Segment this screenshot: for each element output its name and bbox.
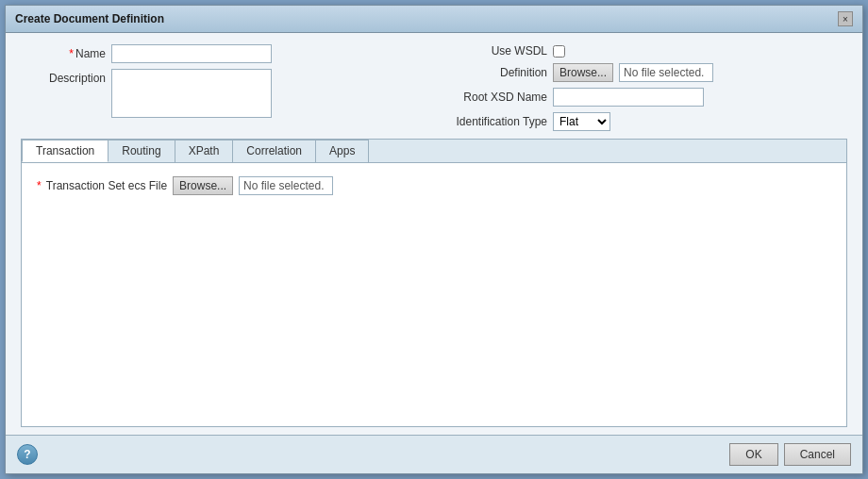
dialog-body: *Name Description Use WSDL	[6, 33, 862, 435]
transaction-browse-button[interactable]: Browse...	[173, 176, 233, 195]
help-button[interactable]: ?	[17, 444, 38, 465]
tab-xpath[interactable]: XPath	[175, 140, 234, 162]
root-xsd-input[interactable]	[553, 88, 704, 107]
tab-content-transaction: * Transaction Set ecs File Browse... No …	[22, 163, 846, 426]
top-form: *Name Description Use WSDL	[21, 44, 847, 131]
description-label: Description	[21, 69, 106, 85]
tab-transaction[interactable]: Transaction	[22, 140, 108, 162]
definition-no-file: No file selected.	[619, 63, 713, 82]
use-wsdl-row: Use WSDL	[443, 44, 847, 58]
transaction-required: *	[37, 179, 42, 192]
name-label: *Name	[21, 44, 106, 60]
root-xsd-row: Root XSD Name	[443, 88, 847, 107]
tab-correlation[interactable]: Correlation	[232, 140, 316, 162]
id-type-select[interactable]: Flat XPath WSDL	[553, 112, 610, 131]
root-xsd-label: Root XSD Name	[443, 91, 547, 104]
ok-button[interactable]: OK	[729, 443, 777, 466]
name-required: *	[69, 47, 74, 60]
definition-label: Definition	[443, 66, 547, 79]
id-type-row: Identification Type Flat XPath WSDL	[443, 112, 847, 131]
right-section: Use WSDL Definition Browse... No file se…	[443, 44, 847, 131]
transaction-file-label: * Transaction Set ecs File	[37, 179, 167, 192]
transaction-file-row: * Transaction Set ecs File Browse... No …	[37, 176, 831, 195]
left-section: *Name Description	[21, 44, 425, 131]
cancel-button[interactable]: Cancel	[784, 443, 851, 466]
use-wsdl-checkbox[interactable]	[553, 45, 565, 58]
create-document-dialog: Create Document Definition × *Name Descr…	[5, 5, 863, 474]
tab-apps[interactable]: Apps	[315, 140, 369, 162]
name-input[interactable]	[111, 44, 272, 63]
tabs-section: Transaction Routing XPath Correlation Ap…	[21, 139, 847, 427]
definition-browse-button[interactable]: Browse...	[553, 63, 613, 82]
description-textarea[interactable]	[111, 69, 272, 118]
id-type-label: Identification Type	[443, 115, 547, 128]
name-row: *Name	[21, 44, 425, 63]
bottom-buttons: OK Cancel	[729, 443, 851, 466]
use-wsdl-label: Use WSDL	[443, 44, 547, 58]
transaction-no-file: No file selected.	[239, 176, 333, 195]
tab-routing[interactable]: Routing	[108, 140, 175, 162]
dialog-title: Create Document Definition	[15, 12, 164, 25]
description-row: Description	[21, 69, 425, 118]
tab-bar: Transaction Routing XPath Correlation Ap…	[22, 140, 846, 163]
bottom-bar: ? OK Cancel	[6, 435, 862, 473]
close-button[interactable]: ×	[838, 11, 853, 26]
definition-row: Definition Browse... No file selected.	[443, 63, 847, 82]
title-bar: Create Document Definition ×	[6, 6, 862, 33]
